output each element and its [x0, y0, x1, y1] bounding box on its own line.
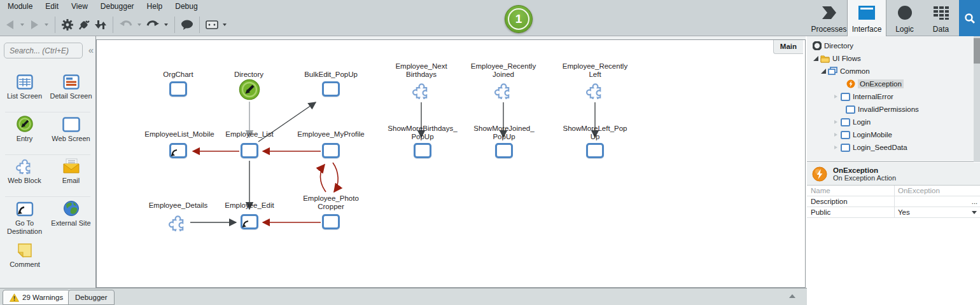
redo-button[interactable] — [144, 17, 162, 32]
tree-item-login-seeddata[interactable]: Login_SeedData — [807, 141, 980, 154]
warnings-tab[interactable]: 29 Warnings — [3, 290, 70, 305]
node-orgchart[interactable] — [169, 81, 187, 97]
tree-item-directory[interactable]: Directory — [807, 39, 980, 52]
node-employee-next-birthdays[interactable] — [412, 81, 431, 102]
sidebar-collapse-chevron-icon[interactable]: « — [88, 44, 94, 55]
comment-feedback-button[interactable] — [179, 17, 195, 33]
node-showmore-left-popup[interactable] — [586, 143, 604, 158]
node-employeelist-mobile[interactable] — [169, 143, 187, 158]
tree-item-invalidpermissions[interactable]: InvalidPermissions — [807, 103, 980, 116]
expander-collapsed-icon[interactable] — [832, 120, 839, 124]
node-label-employee-edit[interactable]: Employee_Edit — [225, 201, 274, 210]
tree-item-loginmobile[interactable]: LoginMobile — [807, 128, 980, 141]
navigate-forward-button[interactable] — [27, 17, 42, 33]
tree-item-ui-flows[interactable]: UI Flows — [807, 52, 980, 65]
undo-dropdown[interactable] — [137, 24, 141, 26]
node-showmore-joined-popup[interactable] — [495, 143, 513, 158]
menu-help[interactable]: Help — [141, 1, 169, 12]
menu-module[interactable]: Module — [1, 1, 39, 12]
undo-button[interactable] — [117, 17, 135, 32]
toolbox-item-external-site[interactable]: External Site — [49, 200, 94, 236]
screen-icon — [841, 92, 850, 101]
warnings-tab-label: 29 Warnings — [22, 294, 63, 301]
toolbox-item-web-block[interactable]: Web Block — [3, 158, 47, 185]
tab-logic[interactable]: Logic — [886, 0, 923, 36]
node-label-directory[interactable]: Directory — [234, 71, 263, 79]
menu-edit[interactable]: Edit — [39, 1, 65, 12]
public-dropdown-arrow[interactable] — [972, 211, 977, 214]
node-label-showmore-birthdays[interactable]: ShowMoreBirthdays_PopUp — [388, 125, 457, 141]
node-label-employee-recently-joined[interactable]: Employee_RecentlyJoined — [471, 62, 536, 79]
menu-debugger[interactable]: Debugger — [94, 1, 141, 12]
data-icon — [933, 0, 949, 25]
tab-processes[interactable]: Processes — [811, 0, 847, 36]
node-employee-photo-cropper[interactable] — [322, 214, 340, 229]
expander-expanded-icon[interactable] — [812, 56, 819, 61]
publish-button[interactable] — [92, 17, 109, 33]
toolbox-search-input[interactable] — [4, 43, 83, 58]
node-employee-list[interactable] — [241, 143, 258, 158]
node-employee-edit[interactable] — [241, 214, 258, 229]
node-employee-details[interactable] — [169, 214, 187, 234]
screenshot-button[interactable] — [204, 18, 220, 32]
toolbar-separator — [174, 17, 175, 33]
toolbox-item-email[interactable]: Email — [49, 158, 94, 185]
toolbox-item-comment[interactable]: Comment — [3, 241, 47, 269]
toolbox-item-entry[interactable]: Entry — [3, 116, 47, 143]
forward-dropdown[interactable] — [45, 24, 48, 26]
tree-item-login[interactable]: Login — [807, 116, 980, 128]
node-bulkedit-popup[interactable] — [322, 81, 340, 97]
node-directory[interactable] — [239, 79, 260, 103]
expander-collapsed-icon[interactable] — [832, 133, 839, 137]
menu-debug[interactable]: Debug — [169, 1, 204, 12]
tree-item-onexception[interactable]: OnException — [807, 78, 980, 90]
connect-server-button[interactable] — [76, 16, 92, 34]
node-label-employeelist-mobile[interactable]: EmployeeList_Mobile — [144, 130, 214, 139]
property-value-public[interactable]: Yes — [894, 207, 980, 217]
node-employee-myprofile[interactable] — [322, 143, 340, 158]
toolbox-item-detail-screen[interactable]: Detail Screen — [49, 73, 94, 100]
global-search-button[interactable] — [959, 0, 980, 36]
property-value-name[interactable]: OnException — [894, 186, 980, 196]
tree-item-common[interactable]: Common — [807, 65, 980, 78]
menu-view[interactable]: View — [65, 1, 94, 12]
node-label-employee-list[interactable]: Employee_List — [225, 130, 273, 139]
settings-button[interactable] — [59, 16, 76, 34]
back-curve-icon — [171, 149, 179, 157]
node-label-employee-next-birthdays[interactable]: Employee_NextBirthdays — [395, 62, 447, 79]
annotation-step-number: 1 — [515, 12, 522, 26]
node-label-showmore-left[interactable]: ShowMoreLeft_PopUp — [563, 125, 627, 141]
toolbox-item-goto-destination[interactable]: Go ToDestination — [3, 200, 47, 236]
interface-icon — [858, 0, 876, 25]
tree-scrollbar-thumb[interactable] — [974, 38, 980, 64]
node-label-employee-photo-cropper[interactable]: Employee_PhotoCropper — [303, 194, 359, 211]
statusbar-collapse-arrow-icon[interactable] — [789, 294, 795, 298]
service-studio-window: Module Edit View Debugger Help Debug — [0, 0, 980, 305]
expander-collapsed-icon[interactable] — [832, 146, 839, 149]
tree-item-internalerror[interactable]: InternalError — [807, 90, 980, 103]
node-label-employee-myprofile[interactable]: Employee_MyProfile — [297, 130, 364, 139]
node-label-orgchart[interactable]: OrgChart — [163, 71, 193, 79]
node-label-employee-details[interactable]: Employee_Details — [149, 201, 208, 210]
debugger-tab[interactable]: Debugger — [68, 290, 115, 305]
node-label-employee-recently-left[interactable]: Employee_RecentlyLeft — [563, 62, 627, 79]
tree-scrollbar[interactable] — [974, 36, 980, 162]
toolbox-item-web-screen[interactable]: Web Screen — [49, 116, 94, 143]
tab-data[interactable]: Data — [923, 0, 959, 36]
flow-canvas[interactable]: Main OrgChart Directory BulkEdit_PopUp E… — [96, 39, 806, 288]
node-employee-recently-left[interactable] — [586, 81, 605, 102]
description-ellipsis-button[interactable]: ... — [972, 198, 977, 205]
node-label-bulkedit-popup[interactable]: BulkEdit_PopUp — [304, 71, 358, 79]
redo-dropdown[interactable] — [164, 24, 168, 26]
toolbox-item-list-screen[interactable]: List Screen — [3, 73, 47, 100]
back-dropdown[interactable] — [20, 24, 24, 26]
navigate-back-button[interactable] — [3, 17, 18, 33]
screenshot-dropdown[interactable] — [223, 24, 227, 26]
property-value-description[interactable]: ... — [894, 196, 980, 207]
node-showmore-birthdays-popup[interactable] — [414, 143, 431, 158]
node-employee-recently-joined[interactable] — [494, 81, 513, 102]
node-label-showmore-joined[interactable]: ShowMoreJoined_PopUp — [473, 125, 534, 141]
tab-interface[interactable]: Interface — [847, 0, 886, 36]
expander-collapsed-icon[interactable] — [832, 95, 839, 98]
expander-expanded-icon[interactable] — [820, 69, 827, 74]
